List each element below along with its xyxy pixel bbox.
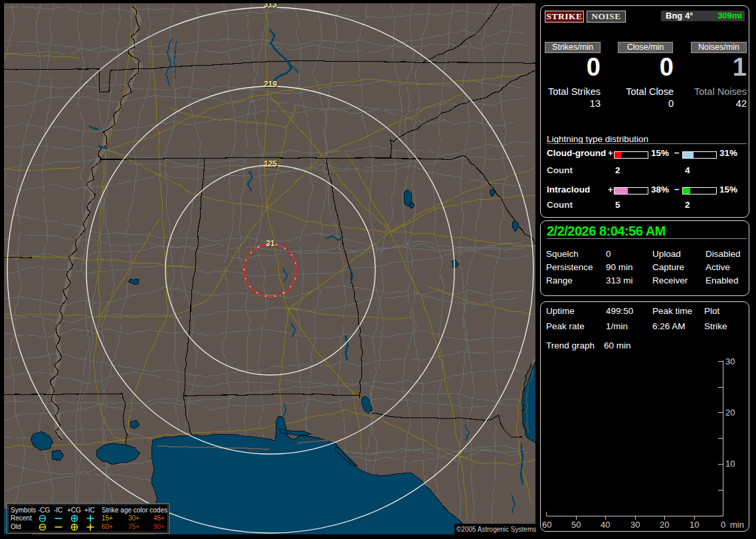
svg-text:0: 0: [721, 520, 725, 530]
svg-text:219: 219: [264, 80, 277, 89]
svg-text:20: 20: [660, 520, 669, 530]
svg-text:40: 40: [601, 520, 610, 530]
svg-text:20: 20: [725, 408, 735, 418]
svg-text:30: 30: [725, 356, 735, 366]
svg-text:30: 30: [630, 520, 640, 530]
svg-text:313: 313: [264, 3, 277, 9]
svg-text:10: 10: [725, 459, 735, 469]
svg-text:min: min: [730, 520, 744, 530]
svg-text:125: 125: [264, 159, 277, 169]
svg-text:60: 60: [542, 520, 551, 530]
svg-text:10: 10: [690, 520, 699, 530]
svg-text:31: 31: [266, 239, 275, 248]
svg-text:50: 50: [571, 520, 581, 530]
